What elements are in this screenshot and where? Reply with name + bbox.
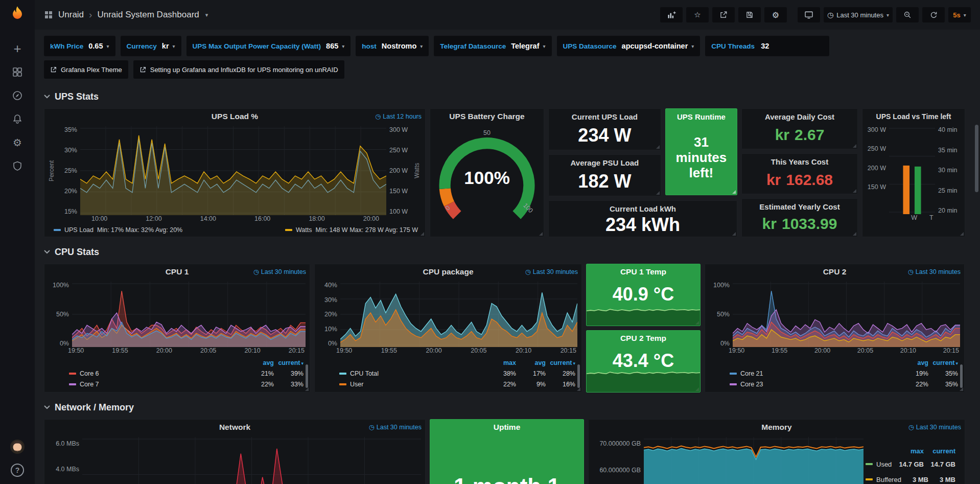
panel-title[interactable]: UPS Load vs Time left (876, 112, 951, 121)
panel-title[interactable]: CPU 1 (166, 267, 189, 276)
legend-item-watts[interactable]: Watts Min: 148 W Max: 278 W Avg: 175 W (285, 226, 418, 234)
legend-item-core-7[interactable]: Core 7 22% 33% (69, 379, 304, 389)
cpu2-chart[interactable] (733, 282, 960, 347)
sidebar: + ⚙ (0, 0, 35, 484)
chevron-down-icon: ▾ (420, 43, 423, 49)
legend-item-buffered[interactable]: Buffered 3 MB 3 MB (866, 472, 955, 484)
legend-scrollbar[interactable] (306, 364, 308, 388)
stat-title[interactable]: Current UPS Load (549, 112, 661, 121)
sidebar-item-create[interactable]: + (0, 37, 35, 60)
panel-time-range[interactable]: ◷Last 12 hours (375, 112, 422, 120)
panel-time-range[interactable]: ◷Last 30 minutes (369, 423, 422, 431)
breadcrumb-root[interactable]: Unraid (58, 10, 84, 20)
cpu1-chart[interactable] (72, 282, 306, 347)
chevron-down-icon: ▾ (107, 43, 109, 49)
ups-load-chart[interactable] (80, 126, 386, 215)
y-axis-left: 40%30%20%10%0% (318, 282, 340, 347)
time-range-picker[interactable]: ◷ Last 30 minutes ▾ (824, 7, 893, 22)
panel-time-range[interactable]: ◷Last 30 minutes (908, 268, 961, 275)
main-area: Unraid › Unraid System Dashboard ▾ ☆ (35, 0, 980, 484)
cycle-view-button[interactable] (798, 7, 820, 22)
dashboard-picker-caret-icon[interactable]: ▾ (205, 12, 208, 18)
panel-this-years-cost: This Years Cost kr162.68 (741, 153, 858, 194)
zoom-out-button[interactable] (896, 7, 919, 22)
variable-kwh-price[interactable]: kWh Price 0.65▾ (44, 36, 115, 56)
section-ups-stats[interactable]: UPS Stats (44, 89, 967, 104)
dashboard-grid-icon[interactable] (44, 10, 53, 19)
panel-title[interactable]: Network (219, 423, 250, 432)
save-button[interactable] (738, 7, 761, 22)
cpu-threads-input[interactable] (760, 41, 823, 51)
panel-title[interactable]: CPU package (423, 267, 473, 276)
legend-scrollbar[interactable] (960, 364, 963, 388)
sidebar-item-configuration[interactable]: ⚙ (0, 131, 35, 154)
sidebar-item-explore[interactable] (0, 84, 35, 107)
sidebar-item-dashboards[interactable] (0, 60, 35, 84)
variable-host[interactable]: host Nostromo▾ (356, 36, 429, 56)
breadcrumb-separator: › (89, 9, 92, 20)
link-ups-monitoring-guide[interactable]: Setting up Grafana and InfluxDB for UPS … (133, 60, 344, 79)
page-title[interactable]: Unraid System Dashboard (97, 10, 199, 20)
legend-item-user[interactable]: User 22% 9% 16% (339, 379, 575, 389)
chevron-down-icon (44, 95, 50, 99)
ups-bar-chart[interactable] (889, 126, 935, 214)
stat-value: 182 W (549, 167, 661, 196)
legend-item-core-6[interactable]: Core 6 21% 39% (69, 368, 304, 379)
legend-item-core-23[interactable]: Core 23 22% 35% (730, 379, 958, 389)
network-chart[interactable] (82, 437, 421, 484)
panel-time-range[interactable]: ◷Last 30 minutes (253, 268, 306, 275)
legend-item-used[interactable]: Used 14.7 GB 14.7 GB (866, 456, 955, 472)
star-button[interactable]: ☆ (686, 7, 709, 22)
clock-icon: ◷ (369, 423, 375, 431)
link-grafana-plex-theme[interactable]: Grafana Plex Theme (44, 60, 128, 79)
section-network-memory[interactable]: Network / Memory (44, 400, 967, 415)
panel-title[interactable]: CPU 1 Temp (620, 267, 666, 276)
legend-item-core-21[interactable]: Core 21 19% 35% (730, 368, 958, 379)
memory-chart[interactable] (644, 437, 864, 484)
dashboard-submenu: kWh Price 0.65▾ Currency kr▾ UPS Max Out… (35, 30, 980, 79)
stat-title[interactable]: Current Load kWh (549, 204, 737, 213)
legend-item-cpu-total[interactable]: CPU Total 38% 17% 28% (339, 368, 575, 379)
clock-icon: ◷ (525, 268, 531, 275)
panel-title[interactable]: Uptime (494, 423, 521, 432)
legend-scrollbar[interactable] (577, 364, 580, 388)
variable-currency[interactable]: Currency kr▾ (121, 36, 181, 56)
stat-title[interactable]: Average Daily Cost (742, 112, 857, 121)
stat-title[interactable]: Estimated Yearly Cost (742, 202, 857, 211)
section-cpu-stats[interactable]: CPU Stats (44, 244, 967, 260)
variable-ups-datasource[interactable]: UPS Datasource apcupsd-container▾ (557, 36, 701, 56)
variable-ups-max-output[interactable]: UPS Max Output Power Capacity (Watt) 865… (186, 36, 351, 56)
dashboard-settings-button[interactable]: ⚙ (764, 7, 787, 22)
legend-item-ups-load[interactable]: UPS Load Min: 17% Max: 32% Avg: 20% (54, 226, 182, 234)
section-title: CPU Stats (55, 247, 99, 258)
cpu-temp-block: CPU 1 Temp 40.9 °C CPU 2 Temp 43.4 °C (586, 264, 701, 393)
panel-time-range[interactable]: ◷Last 30 minutes (908, 423, 961, 431)
variable-telegraf-datasource[interactable]: Telegraf Datasource Telegraf▾ (434, 36, 551, 56)
panel-average-daily-cost: Average Daily Cost kr2.67 (741, 108, 858, 149)
star-icon: ☆ (694, 10, 701, 19)
stat-title[interactable]: Average PSU Load (549, 158, 661, 167)
legend-swatch (866, 463, 873, 465)
panel-title[interactable]: UPS Load % (212, 112, 258, 121)
panel-time-range[interactable]: ◷Last 30 minutes (525, 268, 578, 275)
window-scrollbar[interactable] (975, 125, 978, 192)
panel-title[interactable]: UPS Battery Charge (449, 112, 524, 121)
panel-title[interactable]: CPU 2 (823, 267, 847, 276)
sidebar-item-alerting[interactable] (0, 107, 35, 131)
sidebar-item-server-admin[interactable] (0, 154, 35, 178)
refresh-interval-picker[interactable]: 5s ▾ (948, 7, 971, 22)
chart-legend: avgcurrent Core 21 19% 35% Core 23 22% 3… (705, 357, 964, 392)
stat-title[interactable]: This Years Cost (742, 157, 857, 166)
share-button[interactable] (712, 7, 735, 22)
panel-ups-battery-charge: UPS Battery Charge 0 50 100 100% (430, 108, 544, 237)
panel-title[interactable]: CPU 2 Temp (620, 334, 666, 343)
stat-title[interactable]: UPS Runtime (666, 112, 737, 121)
grafana-logo-icon[interactable] (8, 5, 27, 24)
stat-value: 234 kWh (549, 213, 737, 237)
add-panel-button[interactable] (660, 7, 683, 22)
refresh-button[interactable] (922, 7, 945, 22)
help-icon[interactable]: ? (11, 464, 24, 477)
cpu-package-chart[interactable] (340, 282, 577, 347)
panel-title[interactable]: Memory (761, 423, 791, 432)
user-avatar[interactable] (10, 439, 25, 456)
